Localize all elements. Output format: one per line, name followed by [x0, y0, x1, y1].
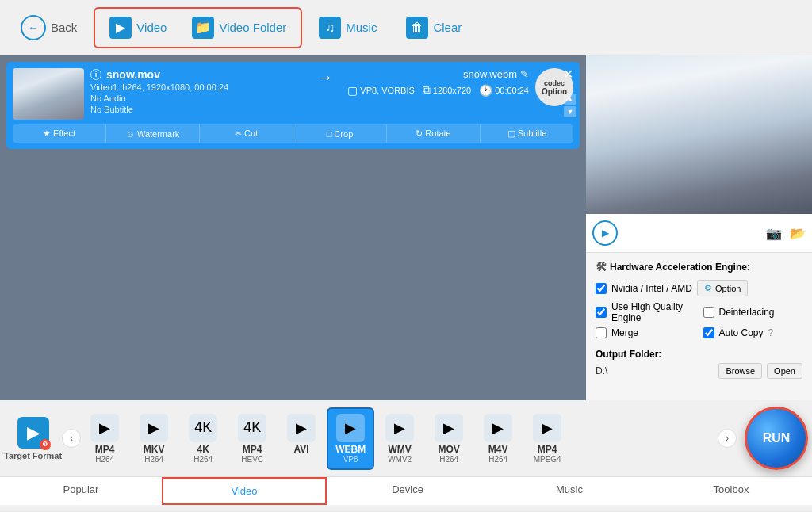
arrow-right-icon: →: [309, 68, 341, 86]
settings-badge-icon: ⚙: [40, 439, 51, 450]
rotate-button[interactable]: ↻ Rotate: [387, 124, 481, 143]
format-item[interactable]: 4K 4K H264: [179, 407, 227, 470]
effect-button[interactable]: ★ Effect: [13, 124, 106, 143]
music-label: Music: [346, 21, 377, 34]
bottom-section: ▶ ⚙ Target Format ‹ ▶ MP4 H264 ▶ MKV H26…: [0, 400, 812, 511]
nvidia-label: Nvidia / Intel / AMD: [611, 283, 692, 294]
options-row-1: Use High Quality Engine Deinterlacing: [596, 301, 802, 327]
play-button[interactable]: ▶: [592, 220, 618, 246]
option-button[interactable]: ⚙ Option: [697, 280, 748, 296]
format-item[interactable]: ▶ M4V H264: [474, 407, 522, 470]
format-spec: ▢ VP8, VORBIS: [347, 84, 414, 97]
output-folder-section: Output Folder: D:\ Browse Open: [596, 349, 802, 379]
screenshot-button[interactable]: 📷: [766, 226, 782, 241]
add-video-folder-button[interactable]: 📁 Video Folder: [179, 10, 299, 45]
clear-button[interactable]: 🗑 Clear: [393, 10, 474, 45]
close-button[interactable]: ✕: [563, 67, 573, 82]
format-tab-toolbox[interactable]: Toolbox: [650, 477, 812, 505]
open-button[interactable]: Open: [767, 363, 802, 379]
preview-image: [586, 55, 812, 214]
nvidia-checkbox[interactable]: [596, 283, 607, 294]
back-button[interactable]: ← Back: [8, 9, 90, 47]
merge-row: Merge: [596, 327, 695, 338]
cut-button[interactable]: ✂ Cut: [200, 124, 293, 143]
scroll-up-button[interactable]: ▲: [564, 94, 576, 105]
video-actions: ★ Effect ☺ Watermark ✂ Cut □ Crop ↻ Rota…: [13, 124, 573, 143]
nvidia-row: Nvidia / Intel / AMD ⚙ Option: [596, 280, 802, 296]
left-panel: ✕ i snow.mov Video1: h264, 1920x1080, 00…: [0, 55, 586, 400]
video-icon: ▶: [109, 17, 132, 39]
format-tabs: PopularVideoDeviceMusicToolbox: [0, 476, 812, 505]
deinterlacing-row: Deinterlacing: [703, 301, 803, 323]
back-label: Back: [51, 21, 77, 34]
format-icon: ▶: [140, 414, 168, 442]
format-item[interactable]: ▶ MP4 H264: [81, 407, 128, 470]
video-label: Video: [136, 21, 167, 34]
video-item: ✕ i snow.mov Video1: h264, 1920x1080, 00…: [6, 62, 580, 149]
edit-icon[interactable]: ✎: [520, 68, 529, 80]
format-icon: ▶: [336, 414, 365, 442]
format-label: M4V: [488, 444, 508, 455]
format-icon: ▶: [435, 414, 463, 442]
add-video-button[interactable]: ▶ Video: [97, 10, 179, 45]
duration-spec: 🕐 00:00:24: [479, 84, 529, 97]
format-item[interactable]: ▶ WMV WMV2: [376, 407, 423, 470]
run-button[interactable]: RUN: [745, 407, 808, 470]
watermark-button[interactable]: ☺ Watermark: [106, 124, 200, 143]
format-label: MOV: [438, 444, 459, 455]
hw-icon: 🛠: [596, 261, 607, 273]
format-icon: ▶: [90, 414, 119, 442]
browse-button[interactable]: Browse: [718, 363, 762, 379]
format-sub: WMV2: [388, 455, 412, 464]
format-tab-popular[interactable]: Popular: [0, 477, 162, 505]
format-label: WMV: [388, 444, 411, 455]
clear-label: Clear: [433, 21, 462, 34]
scroll-down-button[interactable]: ▼: [564, 106, 576, 117]
video-item-header: i snow.mov Video1: h264, 1920x1080, 00:0…: [13, 68, 573, 120]
merge-checkbox[interactable]: [596, 327, 607, 338]
format-sub: H264: [488, 455, 508, 464]
format-sub: H264: [193, 455, 213, 464]
format-label: MKV: [144, 444, 165, 455]
format-item[interactable]: ▶ MKV H264: [130, 407, 178, 470]
add-music-button[interactable]: ♫ Music: [306, 10, 389, 45]
format-sub: VP8: [343, 455, 358, 464]
deinterlacing-checkbox[interactable]: [703, 307, 714, 318]
prev-format-button[interactable]: ‹: [62, 429, 81, 448]
format-sub: H264: [95, 455, 114, 464]
output-folder-row: D:\ Browse Open: [596, 363, 802, 379]
trash-icon: 🗑: [406, 17, 428, 39]
main-content: ✕ i snow.mov Video1: h264, 1920x1080, 00…: [0, 55, 812, 400]
auto-copy-checkbox[interactable]: [703, 327, 714, 338]
format-icon: 4K: [238, 414, 266, 442]
subtitle-button[interactable]: ▢ Subtitle: [481, 124, 573, 143]
format-icon: ▶: [385, 414, 414, 442]
hw-accel-title: 🛠 Hardware Acceleration Engine:: [596, 261, 802, 273]
format-tab-music[interactable]: Music: [488, 477, 650, 505]
format-icon: ▶: [287, 414, 316, 442]
video-name: i snow.mov: [90, 68, 303, 81]
format-sub: MPEG4: [534, 455, 561, 464]
high-quality-row: Use High Quality Engine: [596, 301, 695, 323]
format-item[interactable]: ▶ AVI: [278, 407, 325, 470]
format-tab-video[interactable]: Video: [162, 477, 327, 505]
right-panel: ▶ 📷 📂 🛠 Hardware Acceleration Engine: Nv…: [586, 55, 812, 400]
high-quality-checkbox[interactable]: [596, 307, 607, 318]
help-icon[interactable]: ?: [768, 327, 774, 338]
format-item[interactable]: ▶ WEBM VP8: [327, 407, 374, 470]
video-buttons-group: ▶ Video 📁 Video Folder: [94, 7, 302, 48]
folder-open-button[interactable]: 📂: [790, 226, 806, 241]
next-format-button[interactable]: ›: [718, 429, 737, 448]
back-icon: ←: [21, 15, 46, 40]
output-folder-title: Output Folder:: [596, 349, 802, 360]
crop-button[interactable]: □ Crop: [293, 124, 387, 143]
video-folder-icon: 📁: [192, 17, 214, 39]
scroll-arrows: ▲ ▼: [564, 94, 576, 117]
format-item[interactable]: 4K MP4 HEVC: [228, 407, 276, 470]
format-item[interactable]: ▶ MOV H264: [425, 407, 473, 470]
video-source-info: Video1: h264, 1920x1080, 00:00:24: [90, 82, 303, 92]
format-item[interactable]: ▶ MP4 MPEG4: [523, 407, 571, 470]
output-path: D:\: [596, 365, 714, 376]
format-tab-device[interactable]: Device: [327, 477, 488, 505]
video-meta-right: snow.webm ✎ ▢ VP8, VORBIS ⧉ 1280x720: [347, 68, 529, 97]
